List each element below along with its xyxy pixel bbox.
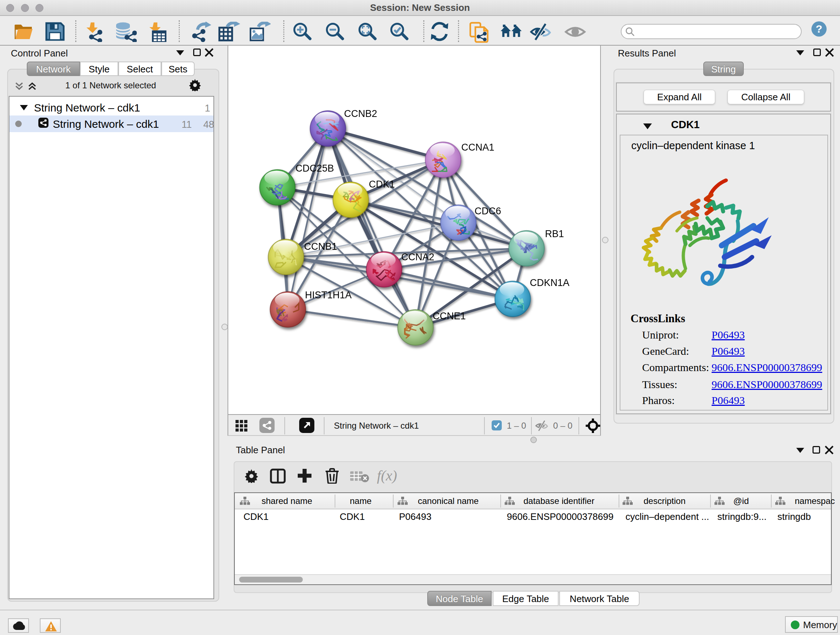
svg-text:HIST1H1A: HIST1H1A: [305, 290, 352, 301]
svg-text:CDC6: CDC6: [475, 206, 501, 217]
svg-text:CCNB2: CCNB2: [344, 108, 377, 119]
svg-text:CCNE1: CCNE1: [433, 310, 466, 321]
svg-text:CDKN1A: CDKN1A: [530, 277, 569, 288]
svg-text:RB1: RB1: [545, 228, 564, 239]
svg-text:CDC25B: CDC25B: [295, 163, 334, 174]
svg-text:CDK1: CDK1: [369, 179, 395, 190]
svg-text:CCNA1: CCNA1: [461, 142, 494, 153]
svg-text:CCNA2: CCNA2: [401, 252, 434, 263]
svg-text:?: ?: [816, 23, 822, 35]
svg-text:CCNB1: CCNB1: [304, 241, 337, 252]
